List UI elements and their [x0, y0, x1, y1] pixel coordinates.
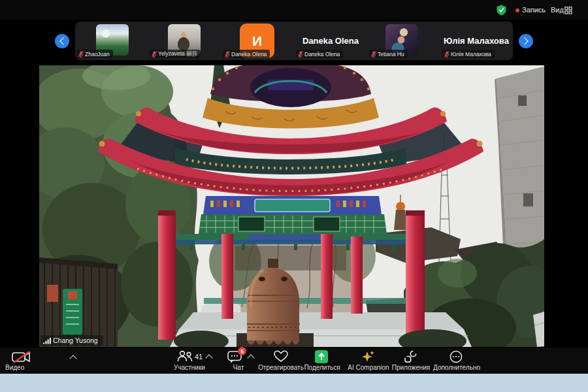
apps-button-label: Приложения — [391, 364, 431, 371]
participant-name: Yelyzaveta 丽莎 — [158, 50, 197, 58]
video-button[interactable]: Видео — [0, 348, 91, 374]
more-button-label: Дополнительно — [433, 364, 481, 371]
participant-display-name: Daneka Olena — [302, 36, 359, 46]
audio-level-icon — [43, 337, 51, 344]
speaker-name: Chang Yusong — [53, 336, 98, 344]
mic-muted-icon — [152, 51, 157, 57]
chat-unread-count: 5 — [240, 348, 244, 355]
participants-count: 41 — [195, 353, 203, 361]
main-speaker-video[interactable]: Chang Yusong — [39, 65, 544, 347]
react-button-label: Отреагировать — [256, 364, 306, 371]
participants-options-chevron-icon[interactable] — [205, 354, 212, 361]
more-ellipsis-icon — [449, 350, 463, 363]
main-video-scene — [39, 65, 544, 347]
zoom-meeting-window: { "topbar": { "record_label": "Запись", … — [0, 0, 588, 392]
video-button-label: Видео — [5, 364, 24, 371]
mic-muted-icon — [225, 51, 230, 57]
share-button-label: Поделиться — [302, 364, 342, 371]
meeting-top-bar: Запись Вид — [0, 0, 588, 20]
apps-button[interactable]: Приложения — [391, 348, 431, 374]
participant-tile-yuliia[interactable]: Юлія Малахова — [440, 36, 513, 46]
share-button[interactable]: Поделиться — [302, 348, 342, 374]
more-button[interactable]: Дополнительно — [433, 348, 481, 374]
chat-button[interactable]: 5 Чат — [221, 348, 256, 374]
react-button[interactable]: Отреагировать — [256, 348, 306, 374]
participant-name: Tetiana Hu — [378, 51, 404, 57]
participant-name-label: Юлія Малахова — [442, 50, 495, 58]
recording-dot-icon — [515, 8, 519, 12]
participant-name: ZhaoJuan — [85, 51, 110, 57]
chat-button-label: Чат — [221, 364, 256, 371]
participant-initial: И — [252, 33, 262, 49]
heart-icon — [274, 350, 288, 363]
mic-muted-icon — [298, 51, 303, 57]
view-label[interactable]: Вид — [551, 6, 564, 14]
mic-muted-icon — [444, 51, 449, 57]
participants-filmstrip: ZhaoJuan Yelyzaveta 丽莎 И Daneka Olena Da… — [75, 22, 513, 60]
strip-prev-button[interactable] — [55, 34, 69, 48]
security-shield-icon[interactable] — [497, 5, 506, 16]
apps-icon — [404, 350, 417, 363]
participant-name-label: Daneka Olena — [296, 50, 343, 58]
participants-button-label: Участники — [162, 364, 217, 371]
participant-name-label: Daneka Olena — [223, 50, 270, 58]
mic-muted-icon — [78, 51, 84, 57]
video-options-chevron-icon[interactable] — [69, 355, 76, 362]
speaker-name-label: Chang Yusong — [41, 335, 103, 346]
ai-companion-button-label: AI Companion — [345, 364, 392, 371]
participants-icon — [176, 350, 193, 362]
ai-sparkle-icon — [361, 350, 375, 363]
view-grid-icon[interactable] — [564, 7, 572, 14]
chat-options-chevron-icon[interactable] — [247, 354, 254, 361]
participant-name-label: Yelyzaveta 丽莎 — [150, 50, 201, 58]
mic-muted-icon — [371, 51, 376, 57]
share-screen-icon — [315, 350, 328, 363]
participant-name: Юлія Малахова — [451, 51, 491, 57]
participant-name: Daneka Olena — [231, 51, 267, 57]
participant-name-label: ZhaoJuan — [76, 50, 113, 58]
strip-next-button[interactable] — [519, 34, 533, 48]
windows-taskbar: ⋮ 2 2 1 W ⚙ 3°C Partly sunny — [0, 374, 588, 392]
participant-name: Daneka Olena — [304, 51, 340, 57]
participant-display-name: Юлія Малахова — [444, 36, 509, 46]
recording-label[interactable]: Запись — [522, 6, 546, 14]
chat-unread-badge: 5 — [238, 347, 246, 355]
camera-off-icon — [12, 351, 31, 363]
meeting-toolbar: Видео 41 Участники 5 Чат — [0, 348, 588, 374]
participants-button[interactable]: 41 Участники — [162, 348, 217, 374]
participant-tile-daneka[interactable]: Daneka Olena — [294, 36, 367, 46]
left-fence-and-signs — [39, 257, 118, 347]
ai-companion-button[interactable]: AI Companion — [345, 348, 392, 374]
participant-name-label: Tetiana Hu — [369, 50, 408, 58]
